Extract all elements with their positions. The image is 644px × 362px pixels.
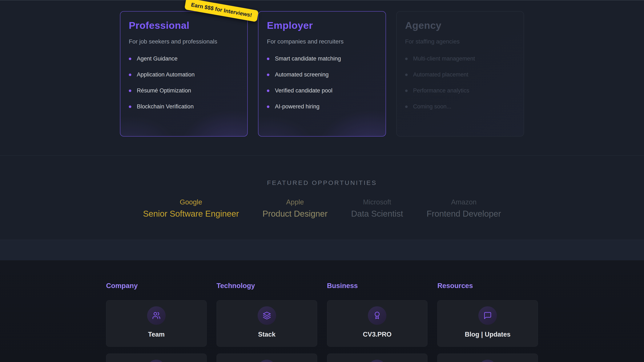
featured-role: Data Scientist (351, 209, 403, 218)
users-icon (152, 311, 160, 320)
award-icon (373, 311, 381, 320)
footer-heading: Resources (437, 282, 538, 290)
featured-job-microsoft[interactable]: Microsoft Data Scientist (351, 198, 403, 218)
icon-circle (478, 306, 497, 325)
plan-feature-label: Automated screening (275, 71, 328, 78)
footer-card-stack[interactable]: Stack (216, 300, 317, 347)
plan-card-employer[interactable]: Employer For companies and recruiters Sm… (258, 11, 386, 137)
footer-card-team[interactable]: Team (106, 300, 207, 347)
chat-bubble-icon (484, 311, 492, 320)
footer-heading: Technology (216, 282, 317, 290)
footer-card-partial[interactable] (216, 354, 317, 362)
footer-card-label: Blog | Updates (465, 331, 510, 338)
featured-section: FEATURED OPPORTUNITIES Google Senior Sof… (0, 156, 644, 240)
bullet-dot-icon (267, 90, 270, 92)
footer-card-cv3pro[interactable]: CV3.PRO (327, 300, 428, 347)
featured-role: Frontend Developer (426, 209, 501, 218)
plan-feature: Automated placement (405, 71, 515, 78)
plan-feature: Résumé Optimization (129, 87, 239, 94)
bullet-dot-icon (129, 105, 131, 108)
plan-title: Agency (405, 19, 515, 31)
icon-circle (368, 360, 386, 362)
featured-company: Amazon (426, 198, 501, 206)
icon-circle (147, 360, 166, 362)
plan-feature-label: Agent Guidance (137, 55, 178, 62)
footer-column-resources: Resources Blog | Updates (437, 282, 538, 362)
plan-feature: Agent Guidance (129, 55, 239, 62)
plan-feature-label: Performance analytics (413, 87, 469, 94)
plan-feature: Smart candidate matching (267, 55, 377, 62)
plan-feature-label: Coming soon... (413, 103, 452, 110)
bullet-dot-icon (129, 58, 131, 60)
footer-card-blog[interactable]: Blog | Updates (437, 300, 538, 347)
featured-role: Product Designer (262, 209, 328, 218)
plan-feature-label: Résumé Optimization (137, 87, 191, 94)
featured-company: Google (143, 198, 239, 206)
footer-heading: Business (327, 282, 428, 290)
plan-feature: Application Automation (129, 71, 239, 78)
plan-title: Employer (267, 19, 377, 31)
plan-feature-list: Smart candidate matching Automated scree… (267, 55, 377, 110)
bullet-dot-icon (267, 105, 270, 108)
plan-card-agency: Agency For staffing agencies Multi-clien… (396, 11, 524, 137)
pricing-section: Earn $$$ for Interviews! Professional Fo… (0, 0, 644, 156)
plan-feature-list: Multi-client management Automated placem… (405, 55, 515, 110)
footer-column-business: Business CV3.PRO (327, 282, 428, 362)
footer-card-partial[interactable] (327, 354, 428, 362)
footer-card-partial[interactable] (106, 354, 207, 362)
featured-role: Senior Software Engineer (143, 209, 239, 218)
footer-column-company: Company Team (106, 282, 207, 362)
featured-heading: FEATURED OPPORTUNITIES (0, 179, 644, 186)
plan-title: Professional (129, 19, 239, 31)
plan-feature-label: Verified candidate pool (275, 87, 332, 94)
featured-job-apple[interactable]: Apple Product Designer (262, 198, 328, 218)
featured-row: Google Senior Software Engineer Apple Pr… (0, 198, 644, 218)
plan-feature: AI-powered hiring (267, 103, 377, 110)
footer-card-partial[interactable] (437, 354, 538, 362)
featured-job-google[interactable]: Google Senior Software Engineer (143, 198, 239, 218)
plan-card-professional[interactable]: Professional For job seekers and profess… (120, 11, 248, 137)
bullet-dot-icon (405, 90, 408, 92)
plan-feature: Automated screening (267, 71, 377, 78)
featured-company: Apple (262, 198, 328, 206)
icon-circle (258, 306, 276, 325)
plan-feature: Multi-client management (405, 55, 515, 62)
plan-feature-label: Blockchain Verification (137, 103, 194, 110)
featured-job-amazon[interactable]: Amazon Frontend Developer (426, 198, 501, 218)
bullet-dot-icon (267, 58, 270, 60)
bullet-dot-icon (267, 74, 270, 76)
plan-feature-label: AI-powered hiring (275, 103, 320, 110)
layers-icon (263, 311, 271, 320)
plan-feature: Performance analytics (405, 87, 515, 94)
bullet-dot-icon (129, 90, 131, 92)
icon-circle (368, 306, 386, 325)
plan-feature-label: Smart candidate matching (275, 55, 341, 62)
footer-column-technology: Technology Stack (216, 282, 317, 362)
plan-feature: Blockchain Verification (129, 103, 239, 110)
icon-circle (478, 360, 497, 362)
bullet-dot-icon (405, 58, 408, 60)
plan-subtitle: For staffing agencies (405, 38, 515, 45)
plan-feature: Coming soon... (405, 103, 515, 110)
plan-feature-label: Automated placement (413, 71, 468, 78)
icon-circle (147, 306, 166, 325)
plan-subtitle: For job seekers and professionals (129, 38, 239, 45)
section-divider-strip (0, 240, 644, 260)
bullet-dot-icon (405, 74, 408, 76)
featured-company: Microsoft (351, 198, 403, 206)
footer-card-label: CV3.PRO (363, 331, 392, 338)
plan-feature-list: Agent Guidance Application Automation Ré… (129, 55, 239, 110)
plan-feature-label: Multi-client management (413, 55, 475, 62)
footer-card-label: Stack (258, 331, 276, 338)
plans-row: Professional For job seekers and profess… (120, 11, 524, 137)
plan-subtitle: For companies and recruiters (267, 38, 377, 45)
plan-feature: Verified candidate pool (267, 87, 377, 94)
footer-section: Company Team Technology (0, 260, 644, 362)
bullet-dot-icon (405, 105, 408, 108)
footer-card-label: Team (148, 331, 165, 338)
plan-feature-label: Application Automation (137, 71, 195, 78)
footer-grid: Company Team Technology (106, 282, 538, 362)
bullet-dot-icon (129, 74, 131, 76)
icon-circle (258, 360, 276, 362)
footer-heading: Company (106, 282, 207, 290)
